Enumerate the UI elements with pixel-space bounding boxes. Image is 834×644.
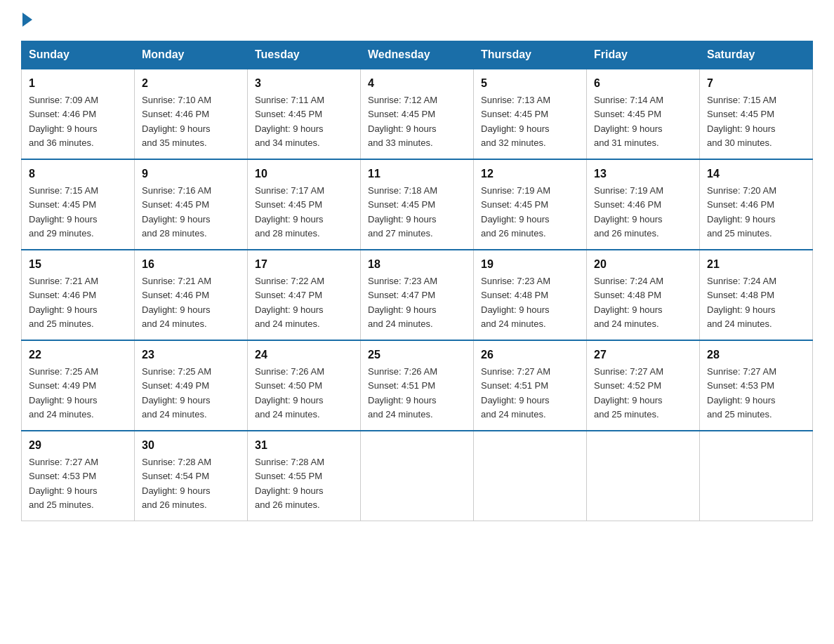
calendar-cell: 9 Sunrise: 7:16 AMSunset: 4:45 PMDayligh… — [135, 159, 248, 250]
day-info: Sunrise: 7:21 AMSunset: 4:46 PMDaylight:… — [142, 276, 211, 329]
calendar-cell: 18 Sunrise: 7:23 AMSunset: 4:47 PMDaylig… — [361, 250, 474, 340]
calendar-cell: 25 Sunrise: 7:26 AMSunset: 4:51 PMDaylig… — [361, 340, 474, 431]
calendar-cell: 3 Sunrise: 7:11 AMSunset: 4:45 PMDayligh… — [248, 69, 361, 159]
day-number: 5 — [481, 75, 579, 92]
logo — [21, 14, 32, 27]
calendar-cell — [474, 431, 587, 521]
day-number: 14 — [707, 166, 805, 182]
logo-triangle-icon — [22, 13, 32, 27]
calendar-cell: 11 Sunrise: 7:18 AMSunset: 4:45 PMDaylig… — [361, 159, 474, 250]
day-number: 25 — [368, 347, 466, 363]
day-info: Sunrise: 7:23 AMSunset: 4:48 PMDaylight:… — [481, 276, 550, 329]
week-row-2: 8 Sunrise: 7:15 AMSunset: 4:45 PMDayligh… — [22, 159, 813, 250]
calendar-cell: 14 Sunrise: 7:20 AMSunset: 4:46 PMDaylig… — [700, 159, 813, 250]
header-tuesday: Tuesday — [248, 41, 361, 69]
calendar-cell: 27 Sunrise: 7:27 AMSunset: 4:52 PMDaylig… — [587, 340, 700, 431]
calendar-cell: 24 Sunrise: 7:26 AMSunset: 4:50 PMDaylig… — [248, 340, 361, 431]
calendar-cell: 16 Sunrise: 7:21 AMSunset: 4:46 PMDaylig… — [135, 250, 248, 340]
calendar-cell: 31 Sunrise: 7:28 AMSunset: 4:55 PMDaylig… — [248, 431, 361, 521]
day-number: 10 — [255, 166, 353, 182]
day-info: Sunrise: 7:11 AMSunset: 4:45 PMDaylight:… — [255, 95, 324, 148]
day-info: Sunrise: 7:27 AMSunset: 4:51 PMDaylight:… — [481, 366, 550, 420]
day-number: 26 — [481, 347, 579, 363]
calendar-cell: 17 Sunrise: 7:22 AMSunset: 4:47 PMDaylig… — [248, 250, 361, 340]
day-number: 23 — [142, 347, 240, 363]
day-number: 20 — [594, 256, 692, 273]
day-number: 27 — [594, 347, 692, 363]
calendar-cell: 8 Sunrise: 7:15 AMSunset: 4:45 PMDayligh… — [22, 159, 135, 250]
calendar-cell: 21 Sunrise: 7:24 AMSunset: 4:48 PMDaylig… — [700, 250, 813, 340]
day-info: Sunrise: 7:09 AMSunset: 4:46 PMDaylight:… — [29, 95, 98, 148]
calendar-cell: 30 Sunrise: 7:28 AMSunset: 4:54 PMDaylig… — [135, 431, 248, 521]
day-info: Sunrise: 7:25 AMSunset: 4:49 PMDaylight:… — [29, 366, 98, 420]
day-number: 8 — [29, 166, 127, 182]
day-info: Sunrise: 7:26 AMSunset: 4:50 PMDaylight:… — [255, 366, 324, 420]
day-info: Sunrise: 7:21 AMSunset: 4:46 PMDaylight:… — [29, 276, 98, 329]
day-number: 13 — [594, 166, 692, 182]
day-number: 29 — [29, 437, 127, 454]
header-friday: Friday — [587, 41, 700, 69]
day-number: 22 — [29, 347, 127, 363]
calendar-cell — [361, 431, 474, 521]
day-number: 1 — [29, 75, 127, 92]
day-info: Sunrise: 7:15 AMSunset: 4:45 PMDaylight:… — [29, 185, 98, 239]
day-info: Sunrise: 7:19 AMSunset: 4:45 PMDaylight:… — [481, 185, 550, 239]
calendar-cell: 13 Sunrise: 7:19 AMSunset: 4:46 PMDaylig… — [587, 159, 700, 250]
day-number: 2 — [142, 75, 240, 92]
day-info: Sunrise: 7:26 AMSunset: 4:51 PMDaylight:… — [368, 366, 437, 420]
calendar-cell: 28 Sunrise: 7:27 AMSunset: 4:53 PMDaylig… — [700, 340, 813, 431]
calendar-cell: 19 Sunrise: 7:23 AMSunset: 4:48 PMDaylig… — [474, 250, 587, 340]
day-number: 16 — [142, 256, 240, 273]
day-number: 21 — [707, 256, 805, 273]
day-info: Sunrise: 7:19 AMSunset: 4:46 PMDaylight:… — [594, 185, 663, 239]
calendar-cell: 10 Sunrise: 7:17 AMSunset: 4:45 PMDaylig… — [248, 159, 361, 250]
day-info: Sunrise: 7:13 AMSunset: 4:45 PMDaylight:… — [481, 95, 550, 148]
day-number: 7 — [707, 75, 805, 92]
calendar-cell: 7 Sunrise: 7:15 AMSunset: 4:45 PMDayligh… — [700, 69, 813, 159]
calendar-cell: 23 Sunrise: 7:25 AMSunset: 4:49 PMDaylig… — [135, 340, 248, 431]
day-number: 28 — [707, 347, 805, 363]
day-info: Sunrise: 7:27 AMSunset: 4:53 PMDaylight:… — [29, 457, 98, 510]
calendar-cell: 15 Sunrise: 7:21 AMSunset: 4:46 PMDaylig… — [22, 250, 135, 340]
page-header — [21, 14, 813, 27]
day-info: Sunrise: 7:27 AMSunset: 4:52 PMDaylight:… — [594, 366, 663, 420]
day-number: 19 — [481, 256, 579, 273]
calendar-cell: 6 Sunrise: 7:14 AMSunset: 4:45 PMDayligh… — [587, 69, 700, 159]
day-info: Sunrise: 7:10 AMSunset: 4:46 PMDaylight:… — [142, 95, 211, 148]
day-number: 6 — [594, 75, 692, 92]
day-number: 15 — [29, 256, 127, 273]
calendar-cell: 26 Sunrise: 7:27 AMSunset: 4:51 PMDaylig… — [474, 340, 587, 431]
day-info: Sunrise: 7:27 AMSunset: 4:53 PMDaylight:… — [707, 366, 776, 420]
week-row-5: 29 Sunrise: 7:27 AMSunset: 4:53 PMDaylig… — [22, 431, 813, 521]
day-number: 3 — [255, 75, 353, 92]
calendar-table: SundayMondayTuesdayWednesdayThursdayFrid… — [21, 41, 813, 521]
day-info: Sunrise: 7:23 AMSunset: 4:47 PMDaylight:… — [368, 276, 437, 329]
calendar-cell: 12 Sunrise: 7:19 AMSunset: 4:45 PMDaylig… — [474, 159, 587, 250]
header-sunday: Sunday — [22, 41, 135, 69]
calendar-cell: 2 Sunrise: 7:10 AMSunset: 4:46 PMDayligh… — [135, 69, 248, 159]
calendar-cell: 29 Sunrise: 7:27 AMSunset: 4:53 PMDaylig… — [22, 431, 135, 521]
day-number: 11 — [368, 166, 466, 182]
day-number: 4 — [368, 75, 466, 92]
day-info: Sunrise: 7:28 AMSunset: 4:54 PMDaylight:… — [142, 457, 211, 510]
day-info: Sunrise: 7:24 AMSunset: 4:48 PMDaylight:… — [707, 276, 776, 329]
week-row-4: 22 Sunrise: 7:25 AMSunset: 4:49 PMDaylig… — [22, 340, 813, 431]
week-row-3: 15 Sunrise: 7:21 AMSunset: 4:46 PMDaylig… — [22, 250, 813, 340]
day-info: Sunrise: 7:14 AMSunset: 4:45 PMDaylight:… — [594, 95, 663, 148]
day-info: Sunrise: 7:17 AMSunset: 4:45 PMDaylight:… — [255, 185, 324, 239]
day-info: Sunrise: 7:12 AMSunset: 4:45 PMDaylight:… — [368, 95, 437, 148]
day-info: Sunrise: 7:20 AMSunset: 4:46 PMDaylight:… — [707, 185, 776, 239]
day-info: Sunrise: 7:16 AMSunset: 4:45 PMDaylight:… — [142, 185, 211, 239]
day-number: 30 — [142, 437, 240, 454]
day-info: Sunrise: 7:28 AMSunset: 4:55 PMDaylight:… — [255, 457, 324, 510]
day-info: Sunrise: 7:22 AMSunset: 4:47 PMDaylight:… — [255, 276, 324, 329]
day-info: Sunrise: 7:24 AMSunset: 4:48 PMDaylight:… — [594, 276, 663, 329]
calendar-cell: 22 Sunrise: 7:25 AMSunset: 4:49 PMDaylig… — [22, 340, 135, 431]
week-row-1: 1 Sunrise: 7:09 AMSunset: 4:46 PMDayligh… — [22, 69, 813, 159]
calendar-cell: 20 Sunrise: 7:24 AMSunset: 4:48 PMDaylig… — [587, 250, 700, 340]
day-number: 18 — [368, 256, 466, 273]
header-wednesday: Wednesday — [361, 41, 474, 69]
calendar-cell: 1 Sunrise: 7:09 AMSunset: 4:46 PMDayligh… — [22, 69, 135, 159]
day-number: 31 — [255, 437, 353, 454]
header-saturday: Saturday — [700, 41, 813, 69]
